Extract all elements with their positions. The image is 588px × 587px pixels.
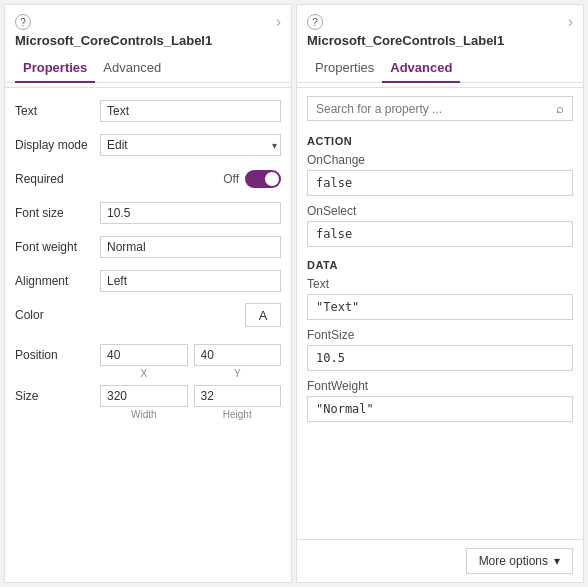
prop-row-displaymode: Display mode Edit View Disabled ▾ [15,130,281,160]
adv-label-data-text: Text [307,277,573,291]
prop-value-text [100,100,281,122]
adv-value-fontweight[interactable]: "Normal" [307,396,573,422]
left-header: ? › Microsoft_CoreControls_Label1 Proper… [5,5,291,88]
prop-label-size: Size [15,385,100,403]
prop-label-displaymode: Display mode [15,138,100,152]
left-panel-body: Text Display mode Edit View Disabled ▾ [5,88,291,582]
prop-value-required: Off [100,170,281,188]
prop-row-alignment: Alignment [15,266,281,296]
adv-value-onchange[interactable]: false [307,170,573,196]
prop-row-fontweight: Font weight [15,232,281,262]
adv-label-onchange: OnChange [307,153,573,167]
prop-value-size: Width Height [100,385,281,420]
tab-properties-left[interactable]: Properties [15,54,95,83]
position-x-group: X [100,344,188,379]
prop-value-color: A [100,303,281,327]
prop-label-fontweight: Font weight [15,240,100,254]
position-x-input[interactable] [100,344,188,366]
adv-prop-onselect: OnSelect false [297,202,583,253]
section-header-data: DATA [297,253,583,275]
prop-value-displaymode: Edit View Disabled ▾ [100,134,281,156]
position-x-label: X [100,368,188,379]
displaymode-select-wrapper: Edit View Disabled ▾ [100,134,281,156]
size-height-label: Height [194,409,282,420]
size-width-input[interactable] [100,385,188,407]
adv-value-data-text[interactable]: "Text" [307,294,573,320]
adv-prop-fontsize: FontSize 10.5 [297,326,583,377]
position-y-group: Y [194,344,282,379]
prop-label-required: Required [15,172,100,186]
prop-row-color: Color A [15,300,281,330]
prop-row-required: Required Off [15,164,281,194]
right-panel-title: Microsoft_CoreControls_Label1 [307,33,573,48]
prop-row-position: Position X Y [15,342,281,379]
left-panel-title: Microsoft_CoreControls_Label1 [15,33,281,48]
text-input-fontweight[interactable] [100,236,281,258]
prop-value-position: X Y [100,344,281,379]
prop-row-fontsize: Font size [15,198,281,228]
prop-value-alignment [100,270,281,292]
size-height-input[interactable] [194,385,282,407]
displaymode-select[interactable]: Edit View Disabled [100,134,281,156]
search-icon: ⌕ [556,101,564,116]
search-bar: ⌕ [307,96,573,121]
left-nav-forward[interactable]: › [276,13,281,31]
adv-label-fontsize: FontSize [307,328,573,342]
text-input-text[interactable] [100,100,281,122]
left-help-icon[interactable]: ? [15,14,31,30]
search-input[interactable] [316,102,550,116]
size-height-group: Height [194,385,282,420]
prop-value-fontsize [100,202,281,224]
prop-label-fontsize: Font size [15,206,100,220]
prop-label-text: Text [15,104,100,118]
position-y-label: Y [194,368,282,379]
prop-row-text: Text [15,96,281,126]
required-toggle[interactable] [245,170,281,188]
adv-prop-onchange: OnChange false [297,151,583,202]
left-panel: ? › Microsoft_CoreControls_Label1 Proper… [4,4,292,583]
text-input-fontsize[interactable] [100,202,281,224]
size-width-group: Width [100,385,188,420]
right-panel-body: ACTION OnChange false OnSelect false DAT… [297,129,583,539]
adv-prop-fontweight: FontWeight "Normal" [297,377,583,428]
prop-label-alignment: Alignment [15,274,100,288]
right-help-icon[interactable]: ? [307,14,323,30]
prop-label-color: Color [15,308,100,322]
adv-label-fontweight: FontWeight [307,379,573,393]
right-nav-forward[interactable]: › [568,13,573,31]
right-header: ? › Microsoft_CoreControls_Label1 Proper… [297,5,583,88]
adv-prop-data-text: Text "Text" [297,275,583,326]
text-input-alignment[interactable] [100,270,281,292]
tab-properties-right[interactable]: Properties [307,54,382,83]
color-picker-button[interactable]: A [245,303,281,327]
right-panel: ? › Microsoft_CoreControls_Label1 Proper… [296,4,584,583]
tab-advanced-left[interactable]: Advanced [95,54,169,83]
more-options-chevron-icon: ▾ [554,554,560,568]
toggle-knob [265,172,279,186]
more-options-button[interactable]: More options ▾ [466,548,573,574]
toggle-off-label: Off [223,172,239,186]
toggle-wrapper-required: Off [100,170,281,188]
size-width-label: Width [100,409,188,420]
tab-advanced-right[interactable]: Advanced [382,54,460,83]
prop-row-size: Size Width Height [15,383,281,420]
adv-value-onselect[interactable]: false [307,221,573,247]
prop-value-fontweight [100,236,281,258]
position-y-input[interactable] [194,344,282,366]
more-options-label: More options [479,554,548,568]
section-header-action: ACTION [297,129,583,151]
adv-value-fontsize[interactable]: 10.5 [307,345,573,371]
prop-label-position: Position [15,344,100,362]
adv-label-onselect: OnSelect [307,204,573,218]
more-options-bar: More options ▾ [297,539,583,582]
